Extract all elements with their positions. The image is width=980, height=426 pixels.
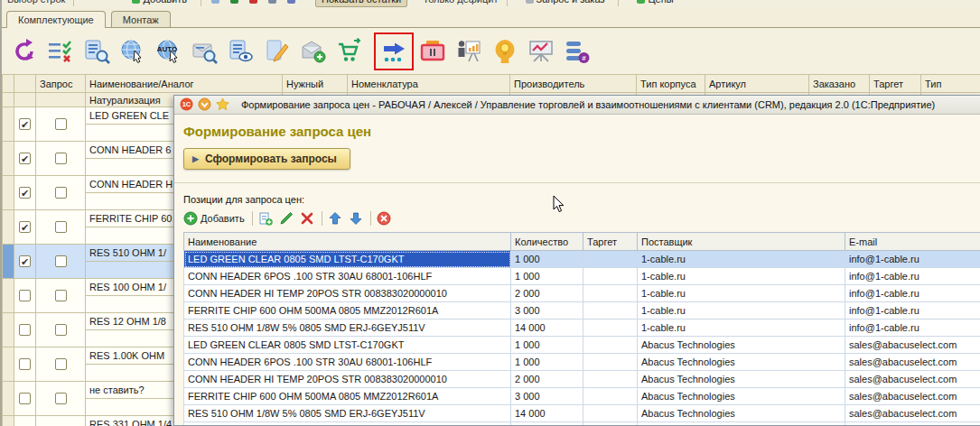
position-row[interactable]: LED GREEN CLEAR 0805 SMD LTST-C170GKT1 0…: [184, 422, 980, 426]
position-target[interactable]: [583, 337, 638, 354]
checkbox[interactable]: ✔: [19, 118, 31, 130]
position-supplier[interactable]: Abacus Technologies: [638, 405, 845, 422]
position-target[interactable]: [583, 320, 638, 337]
position-qty[interactable]: 1 000: [511, 268, 583, 285]
position-target[interactable]: [583, 354, 638, 371]
position-name[interactable]: RES 510 OHM 1/8W 5% 0805 SMD ERJ-6GEYJ51…: [184, 320, 511, 337]
presentation-icon[interactable]: [453, 36, 484, 67]
position-email[interactable]: sales@abacuselect.com: [845, 405, 980, 422]
position-target[interactable]: [583, 302, 638, 320]
position-email[interactable]: info@1-cable.ru: [845, 251, 980, 268]
position-row[interactable]: RES 510 OHM 1/8W 5% 0805 SMD ERJ-6GEYJ51…: [184, 405, 980, 422]
column-header[interactable]: [14, 75, 36, 93]
position-target[interactable]: [583, 422, 638, 426]
position-row[interactable]: CONN HEADER HI TEMP 20POS STR 0083830200…: [184, 371, 980, 388]
column-header[interactable]: Нужный: [283, 75, 348, 93]
position-row[interactable]: CONN HEADER 6POS .100 STR 30AU 68001-106…: [184, 268, 980, 285]
position-email[interactable]: sales@abacuselect.com: [845, 354, 980, 371]
request-checkbox[interactable]: [55, 153, 67, 164]
position-target[interactable]: [583, 405, 638, 422]
position-email[interactable]: sales@abacuselect.com: [845, 388, 980, 405]
request-checkbox[interactable]: [55, 118, 67, 130]
column-header[interactable]: Таргет: [583, 233, 638, 251]
mail-add-icon[interactable]: [298, 36, 329, 67]
position-target[interactable]: [583, 251, 638, 268]
position-supplier[interactable]: 1-cable.ru: [638, 251, 845, 268]
position-qty[interactable]: 14 000: [511, 320, 583, 337]
position-email[interactable]: Sales@alliedelec.com: [845, 422, 980, 426]
position-target[interactable]: [583, 371, 638, 388]
position-name[interactable]: CONN HEADER 6POS .100 STR 30AU 68001-106…: [184, 354, 511, 371]
position-qty[interactable]: 1 000: [511, 251, 583, 268]
checkbox[interactable]: [19, 324, 31, 336]
position-name[interactable]: CONN HEADER HI TEMP 20POS STR 0083830200…: [184, 285, 511, 302]
checkbox[interactable]: [19, 358, 31, 370]
position-name[interactable]: FERRITE CHIP 600 OHM 500MA 0805 MMZ2012R…: [184, 388, 511, 405]
preview-list-icon[interactable]: [226, 36, 257, 67]
tab-components[interactable]: Комплектующие: [6, 11, 106, 28]
list-settings-icon[interactable]: #: [562, 36, 593, 67]
column-header[interactable]: Тип: [921, 75, 980, 93]
position-name[interactable]: RES 510 OHM 1/8W 5% 0805 SMD ERJ-6GEYJ51…: [184, 405, 511, 422]
cart-icon[interactable]: [334, 36, 365, 67]
position-supplier[interactable]: Abacus Technologies: [638, 337, 845, 354]
position-row[interactable]: RES 510 OHM 1/8W 5% 0805 SMD ERJ-6GEYJ51…: [184, 320, 980, 337]
position-qty[interactable]: 1 000: [511, 422, 583, 426]
position-row[interactable]: CONN HEADER HI TEMP 20POS STR 0083830200…: [184, 285, 980, 302]
show-stock-button[interactable]: Показать остатки: [315, 0, 407, 7]
position-row[interactable]: FERRITE CHIP 600 OHM 500MA 0805 MMZ2012R…: [184, 388, 980, 405]
move-down-icon[interactable]: [349, 211, 363, 226]
checkbox[interactable]: ✔: [19, 255, 31, 267]
delete-row-icon[interactable]: [300, 211, 314, 226]
position-email[interactable]: sales@abacuselect.com: [845, 371, 980, 388]
request-checkbox[interactable]: [55, 290, 67, 301]
move-up-icon[interactable]: [328, 211, 342, 226]
position-row[interactable]: LED GREEN CLEAR 0805 SMD LTST-C170GKT1 0…: [184, 251, 980, 268]
position-supplier[interactable]: Abacus Technologies: [638, 388, 845, 405]
favorites-star-icon[interactable]: [216, 97, 229, 113]
column-header[interactable]: Артикул: [705, 75, 809, 93]
position-row[interactable]: FERRITE CHIP 600 OHM 500MA 0805 MMZ2012R…: [184, 302, 980, 320]
position-supplier[interactable]: Abacus Technologies: [638, 354, 845, 371]
position-name[interactable]: CONN HEADER 6POS .100 STR 30AU 68001-106…: [184, 268, 511, 285]
position-qty[interactable]: 3 000: [511, 302, 583, 320]
form-requests-button[interactable]: ▶Сформировать запросы: [183, 148, 350, 170]
position-email[interactable]: info@1-cable.ru: [845, 320, 980, 337]
dialog-titlebar[interactable]: 1С Формирование запроса цен - РАБОЧАЯ / …: [174, 96, 980, 115]
edit-note-icon[interactable]: [262, 36, 293, 67]
request-checkbox[interactable]: [55, 187, 67, 199]
web-search-icon[interactable]: [117, 36, 148, 67]
position-supplier[interactable]: 1-cable.ru: [638, 268, 845, 285]
position-supplier[interactable]: 1-cable.ru: [638, 320, 845, 337]
position-qty[interactable]: 3 000: [511, 388, 583, 405]
checkbox[interactable]: ✔: [19, 153, 31, 164]
refresh-icon[interactable]: [9, 36, 40, 67]
position-email[interactable]: info@1-cable.ru: [845, 285, 980, 302]
checkbox[interactable]: ✔: [19, 221, 31, 233]
save-icon[interactable]: [268, 0, 276, 4]
column-header[interactable]: Наименование: [184, 233, 511, 251]
position-target[interactable]: [583, 285, 638, 302]
column-header[interactable]: Тип корпуса: [637, 75, 705, 93]
position-supplier[interactable]: 1-cable.ru: [638, 285, 845, 302]
position-email[interactable]: info@1-cable.ru: [845, 268, 980, 285]
cancel-icon[interactable]: [377, 211, 391, 226]
position-name[interactable]: LED GREEN CLEAR 0805 SMD LTST-C170GKT: [184, 422, 511, 426]
column-header[interactable]: Заказано: [809, 75, 870, 93]
request-checkbox[interactable]: [55, 221, 67, 233]
prices-button[interactable]: Цены: [630, 0, 679, 7]
column-header[interactable]: Таргет: [870, 75, 921, 93]
delete-icon[interactable]: [249, 0, 257, 4]
position-row[interactable]: LED GREEN CLEAR 0805 SMD LTST-C170GKT1 0…: [184, 337, 980, 354]
request-checkbox[interactable]: [55, 324, 67, 336]
position-name[interactable]: FERRITE CHIP 600 OHM 500MA 0805 MMZ2012R…: [184, 302, 511, 320]
position-target[interactable]: [583, 268, 638, 285]
column-header[interactable]: Наименование/Аналог: [86, 75, 283, 93]
tab-montage[interactable]: Монтаж: [111, 11, 171, 27]
position-name[interactable]: LED GREEN CLEAR 0805 SMD LTST-C170GKT: [184, 251, 511, 268]
request-order-button[interactable]: Запрос и заказ: [519, 0, 611, 7]
column-header[interactable]: Номенклатура: [348, 75, 510, 93]
copy-icon[interactable]: [211, 0, 219, 4]
idea-icon[interactable]: [490, 36, 520, 67]
position-supplier[interactable]: Abacus Technologies: [638, 371, 845, 388]
